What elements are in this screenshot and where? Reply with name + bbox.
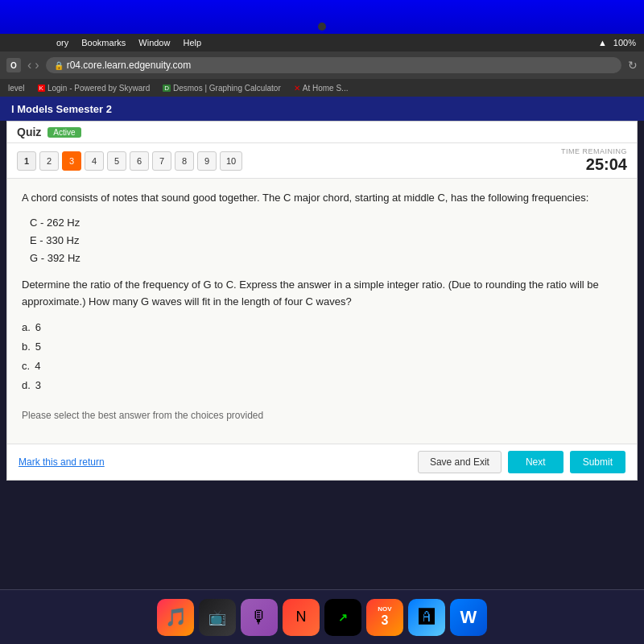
nav-btn-2[interactable]: 2 bbox=[39, 151, 59, 171]
question-navigation: 1 2 3 4 5 6 7 8 9 10 TIME REMAINING 25:0… bbox=[7, 143, 637, 179]
freq-g: G - 392 Hz bbox=[30, 250, 622, 267]
mac-menu-items: ory Bookmarks Window Help bbox=[8, 38, 593, 47]
option-c-value: 4 bbox=[35, 357, 40, 376]
menu-item-window[interactable]: Window bbox=[138, 38, 170, 47]
option-c[interactable]: c. 4 bbox=[22, 357, 622, 376]
option-d-value: 3 bbox=[35, 376, 41, 395]
timer-section: TIME REMAINING 25:04 bbox=[561, 147, 627, 174]
battery-level: 100% bbox=[613, 38, 636, 47]
option-b[interactable]: b. 5 bbox=[22, 337, 622, 357]
nav-btn-9[interactable]: 9 bbox=[197, 151, 217, 171]
dock-appstore[interactable]: 🅰 bbox=[408, 599, 445, 636]
nav-btn-10[interactable]: 10 bbox=[220, 151, 242, 171]
quiz-label: Quiz bbox=[17, 126, 41, 138]
mac-menu-bar: ory Bookmarks Window Help ▲ 100% bbox=[0, 34, 644, 52]
hint-text: Please select the best answer from the c… bbox=[22, 410, 622, 421]
option-a[interactable]: a. 6 bbox=[22, 318, 622, 337]
frequencies-list: C - 262 Hz E - 330 Hz G - 392 Hz bbox=[30, 214, 622, 267]
timer-value: 25:04 bbox=[561, 155, 627, 174]
next-button[interactable]: Next bbox=[508, 451, 564, 473]
forward-button[interactable]: › bbox=[35, 58, 39, 72]
submit-button[interactable]: Submit bbox=[570, 451, 625, 473]
action-buttons: Save and Exit Next Submit bbox=[418, 451, 625, 473]
option-b-letter: b. bbox=[22, 337, 31, 357]
dock-tv[interactable]: 📺 bbox=[199, 599, 236, 636]
nav-btn-8[interactable]: 8 bbox=[175, 151, 194, 171]
camera-dot bbox=[318, 23, 326, 31]
option-a-letter: a. bbox=[22, 318, 31, 337]
menu-item-bookmarks[interactable]: Bookmarks bbox=[81, 38, 126, 47]
nav-btn-5[interactable]: 5 bbox=[107, 151, 126, 171]
quiz-header: Quiz Active bbox=[7, 122, 637, 143]
browser-logo: O bbox=[6, 58, 21, 72]
bookmark-level[interactable]: level bbox=[8, 84, 25, 93]
option-d-letter: d. bbox=[22, 376, 31, 395]
dock-stocks[interactable]: ↗ bbox=[324, 599, 361, 636]
freq-e: E - 330 Hz bbox=[30, 232, 622, 250]
dock-calendar[interactable]: NOV 3 bbox=[366, 599, 403, 636]
bookmark-skyward[interactable]: K Login - Powered by Skyward bbox=[38, 84, 151, 93]
dock-word[interactable]: W bbox=[450, 599, 487, 636]
dock-podcast[interactable]: 🎙 bbox=[241, 599, 278, 636]
wifi-icon: ▲ bbox=[598, 38, 607, 47]
screen-bezel-top bbox=[0, 0, 644, 34]
freq-c: C - 262 Hz bbox=[30, 214, 622, 232]
mark-return-link[interactable]: Mark this and return bbox=[19, 456, 105, 468]
save-exit-button[interactable]: Save and Exit bbox=[418, 451, 502, 473]
dock-music[interactable]: 🎵 bbox=[157, 599, 194, 636]
option-d[interactable]: d. 3 bbox=[22, 376, 622, 395]
mac-status-bar: ▲ 100% bbox=[598, 38, 636, 47]
question-intro: A chord consists of notes that sound goo… bbox=[22, 190, 622, 206]
refresh-button[interactable]: ↻ bbox=[628, 59, 638, 72]
url-field[interactable]: 🔒 r04.core.learn.edgenuity.com bbox=[46, 57, 621, 73]
nav-btn-7[interactable]: 7 bbox=[152, 151, 171, 171]
answer-options: a. 6 b. 5 c. 4 d. 3 bbox=[22, 318, 622, 395]
question-content: A chord consists of notes that sound goo… bbox=[7, 179, 637, 444]
bottom-action-bar: Mark this and return Save and Exit Next … bbox=[7, 444, 637, 480]
menu-item-help[interactable]: Help bbox=[183, 38, 201, 47]
nav-btn-3[interactable]: 3 bbox=[62, 151, 81, 171]
question-body: Determine the ratio of the frequency of … bbox=[22, 277, 622, 309]
option-b-value: 5 bbox=[35, 337, 41, 357]
nav-buttons: 1 2 3 4 5 6 7 8 9 10 bbox=[17, 151, 242, 171]
nav-btn-4[interactable]: 4 bbox=[85, 151, 104, 171]
quiz-container: Quiz Active 1 2 3 4 5 6 7 8 9 10 TIME RE… bbox=[6, 121, 638, 481]
bookmark-desmos[interactable]: D Desmos | Graphing Calculator bbox=[163, 84, 281, 93]
site-title: l Models Semester 2 bbox=[11, 103, 112, 115]
nav-arrows[interactable]: ‹ › bbox=[27, 58, 39, 72]
url-text: r04.core.learn.edgenuity.com bbox=[67, 60, 192, 71]
back-button[interactable]: ‹ bbox=[27, 58, 31, 72]
active-badge: Active bbox=[47, 127, 80, 138]
nav-btn-1[interactable]: 1 bbox=[17, 151, 36, 171]
browser-address-bar: O ‹ › 🔒 r04.core.learn.edgenuity.com ↻ bbox=[0, 52, 644, 79]
nav-btn-6[interactable]: 6 bbox=[130, 151, 149, 171]
option-c-letter: c. bbox=[22, 357, 30, 376]
timer-label: TIME REMAINING bbox=[561, 147, 627, 155]
site-header: l Models Semester 2 bbox=[0, 97, 644, 121]
dock-news[interactable]: N bbox=[283, 599, 320, 636]
bookmarks-bar: level K Login - Powered by Skyward D Des… bbox=[0, 79, 644, 97]
bookmark-athome[interactable]: ✕ At Home S... bbox=[294, 84, 349, 93]
lock-icon: 🔒 bbox=[54, 61, 64, 70]
menu-item-history[interactable]: ory bbox=[56, 38, 68, 47]
option-a-value: 6 bbox=[35, 318, 41, 337]
mac-dock: 🎵 📺 🎙 N ↗ NOV 3 🅰 W bbox=[0, 589, 644, 644]
